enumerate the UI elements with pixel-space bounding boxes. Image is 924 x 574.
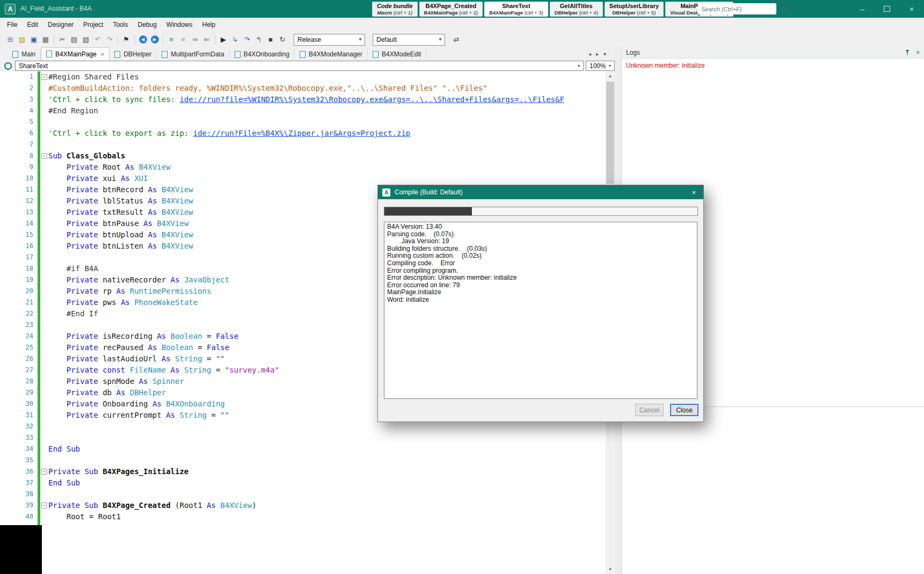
jump-to-member-select[interactable]: ShareText ▾: [15, 61, 584, 71]
nav-forward-icon[interactable]: ▶: [149, 34, 161, 46]
logs-close-icon[interactable]: ×: [916, 49, 920, 56]
scroll-down-icon[interactable]: ▼: [606, 565, 615, 574]
zoom-select[interactable]: 100% ▾: [586, 61, 615, 71]
stop-icon[interactable]: ■: [265, 34, 277, 46]
quick-button-4[interactable]: GetAllTitlesDBHelper (ctrl + 4): [550, 2, 603, 17]
step-out-icon[interactable]: ↰: [253, 34, 265, 46]
menu-tools[interactable]: Tools: [108, 19, 133, 31]
line-number: 29: [0, 387, 38, 398]
fold-collapse-icon[interactable]: −: [41, 469, 47, 475]
restart-icon[interactable]: ↻: [277, 34, 288, 46]
save-all-icon[interactable]: ▦: [40, 34, 52, 46]
search-box[interactable]: [698, 3, 776, 14]
tab-multipartformdata[interactable]: MultipartFormData: [157, 48, 229, 60]
line-number: 21: [0, 297, 38, 308]
undo-icon[interactable]: ↶: [92, 34, 104, 46]
ide-link[interactable]: ide://run?File=%B4X%\Zipper.jar&Args=Pro…: [193, 129, 411, 137]
tab-b4xmainpage[interactable]: B4XMainPage×: [41, 47, 110, 60]
current-member: ShareText: [16, 62, 574, 70]
save-icon[interactable]: ▣: [28, 34, 40, 46]
quick-button-name: GetAllTitles: [555, 3, 598, 10]
build-profile-select[interactable]: Default ▼: [373, 34, 445, 46]
menu-help[interactable]: Help: [198, 19, 221, 31]
fold-column: [40, 218, 48, 229]
toolbar-separator: [163, 35, 163, 45]
quick-button-name: B4XPage_Created: [424, 3, 478, 10]
close-button[interactable]: ×: [899, 0, 924, 18]
window-controls: – ×: [850, 0, 924, 18]
tab-main[interactable]: Main: [8, 48, 41, 60]
fold-column: [40, 477, 48, 489]
code-line-2: 2#CustomBuildAction: folders ready, %WIN…: [0, 83, 606, 94]
tab-list-menu-icon[interactable]: ▾: [603, 51, 606, 57]
code-line-32: 32: [0, 421, 606, 432]
step-into-icon[interactable]: ↳: [229, 34, 241, 46]
copy-icon[interactable]: ▤: [68, 34, 80, 46]
tab-b4xmodemanager[interactable]: B4XModeManager: [295, 48, 368, 60]
menu-windows[interactable]: Windows: [162, 19, 198, 31]
step-over-icon[interactable]: ↷: [241, 34, 253, 46]
compile-dialog-titlebar[interactable]: A Compile (Build: Default) ×: [378, 185, 703, 199]
bookmark-icon[interactable]: ⚑: [120, 34, 132, 46]
open-project-icon[interactable]: ▨: [16, 34, 28, 46]
tab-close-icon[interactable]: ×: [101, 51, 104, 57]
quick-button-5[interactable]: SetupUserLibraryDBHelper (ctrl + 5): [605, 2, 664, 17]
compile-dialog-close-icon[interactable]: ×: [688, 188, 699, 197]
compare-icon[interactable]: ⇄: [450, 34, 462, 46]
build-configuration-select[interactable]: Release ▼: [294, 34, 365, 46]
line-number: 17: [0, 252, 38, 263]
fold-collapse-icon[interactable]: −: [41, 503, 47, 508]
comment-icon[interactable]: ≡: [165, 34, 177, 46]
zoom-value: 100%: [586, 62, 606, 70]
redo-icon[interactable]: ↷: [104, 34, 115, 46]
maximize-button[interactable]: [875, 0, 899, 18]
tab-b4xmodeedit[interactable]: B4XModeEdit: [368, 48, 426, 60]
fold-collapse-icon[interactable]: −: [41, 74, 47, 80]
titlebar: A AI_Field_Assistant - B4A Code bundleMa…: [0, 0, 924, 18]
compile-output-line: Compiling code. Error: [387, 260, 694, 267]
fold-collapse-icon[interactable]: −: [41, 153, 47, 159]
menu-designer[interactable]: Designer: [43, 19, 78, 31]
uncomment-icon[interactable]: ≡: [177, 34, 189, 46]
fold-column: −: [40, 466, 48, 477]
tab-dbhelper[interactable]: DBHelper: [110, 48, 157, 60]
nav-back-icon[interactable]: ◀: [137, 34, 149, 46]
run-icon[interactable]: ▶: [217, 34, 229, 46]
line-number: 13: [0, 207, 38, 218]
tab-b4xonboarding[interactable]: B4XOnboarding: [230, 48, 295, 60]
fold-column: [40, 263, 48, 274]
quick-button-1[interactable]: Code bundleMacro (ctrl + 1): [372, 2, 418, 17]
scroll-up-icon[interactable]: ▲: [606, 71, 615, 81]
fold-column: [40, 319, 48, 331]
ide-link[interactable]: ide://run?file=%WINDIR%\System32\Robocop…: [179, 95, 564, 104]
new-module-icon[interactable]: ⊞: [4, 34, 16, 46]
pin-icon[interactable]: [904, 49, 911, 56]
line-number: 23: [0, 319, 38, 331]
menu-debug[interactable]: Debug: [133, 19, 161, 31]
fold-column: [40, 331, 48, 342]
fold-column: [40, 241, 48, 252]
line-number: 31: [0, 410, 38, 421]
scroll-tabs-right-icon[interactable]: ▸: [596, 51, 599, 57]
menu-project[interactable]: Project: [78, 19, 108, 31]
indent-icon[interactable]: ⇒: [189, 34, 201, 46]
search-input[interactable]: [698, 6, 781, 12]
menu-file[interactable]: File: [2, 19, 22, 31]
fold-column: [40, 410, 48, 421]
line-number: 34: [0, 444, 38, 455]
quick-button-module: B4XMainPage (ctrl + 3): [489, 10, 543, 16]
outdent-icon[interactable]: ⇐: [201, 34, 213, 46]
quick-button-3[interactable]: ShareTextB4XMainPage (ctrl + 3): [484, 2, 548, 17]
cancel-button[interactable]: Cancel: [635, 404, 664, 416]
compile-output-line: Parsing code. (0.07s): [387, 231, 694, 238]
paste-icon[interactable]: ▧: [80, 34, 92, 46]
menu-edit[interactable]: Edit: [22, 19, 43, 31]
cut-icon[interactable]: ✂: [56, 34, 68, 46]
fold-column: [40, 421, 48, 432]
scrollbar-thumb[interactable]: [606, 82, 614, 184]
minimize-button[interactable]: –: [850, 0, 875, 18]
document-icon: [373, 51, 379, 58]
scroll-tabs-left-icon[interactable]: ◂: [588, 51, 591, 57]
close-dialog-button[interactable]: Close: [670, 404, 699, 416]
quick-button-2[interactable]: B4XPage_CreatedB4XMainPage (ctrl + 2): [419, 2, 483, 17]
